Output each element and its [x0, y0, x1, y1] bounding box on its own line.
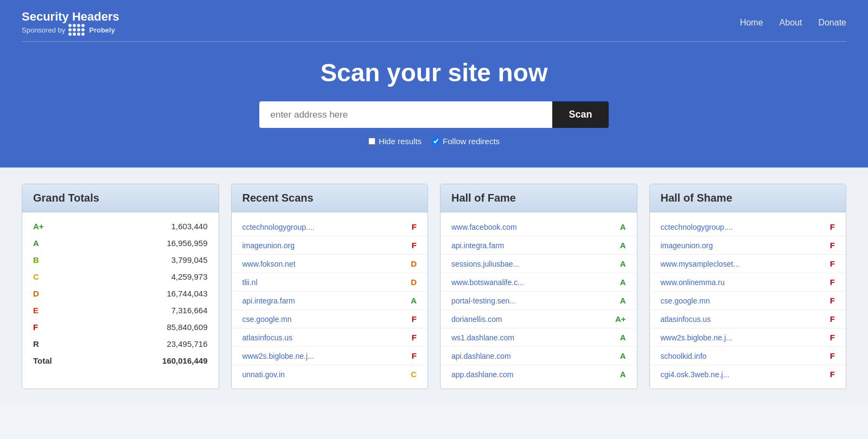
fame-link[interactable]: app.dashlane.com — [451, 370, 513, 379]
probely-logo-dots — [68, 24, 85, 36]
scan-link[interactable]: tlii.nl — [242, 278, 258, 287]
list-item: app.dashlane.comA — [441, 365, 637, 383]
hero-section: Security Headers Sponsored by Probely Ho… — [0, 0, 868, 167]
fame-link[interactable]: api.dashlane.com — [451, 352, 511, 360]
scan-link[interactable]: www.fokson.net — [242, 260, 296, 268]
scan-link[interactable]: atlasinfocus.us — [242, 333, 293, 342]
grand-totals-header: Grand Totals — [22, 184, 219, 212]
scan-grade: F — [412, 351, 417, 360]
follow-redirects-checkbox[interactable] — [432, 138, 439, 145]
main-nav: Security Headers Sponsored by Probely Ho… — [22, 0, 846, 42]
grade-count: 3,799,045 — [171, 255, 208, 264]
list-item: api.integra.farmA — [232, 291, 428, 309]
scan-link[interactable]: www2s.biglobe.ne.j... — [242, 352, 314, 360]
fame-link[interactable]: ws1.dashlane.com — [451, 333, 514, 342]
shame-link[interactable]: www.mysamplecloset... — [661, 260, 739, 268]
shame-grade: F — [830, 351, 835, 360]
shame-link[interactable]: www.onlinemma.ru — [661, 278, 725, 287]
list-item: www.fokson.netD — [232, 254, 428, 273]
search-input[interactable] — [259, 101, 552, 128]
grade-count: 16,956,959 — [167, 238, 207, 248]
grade-count: 16,744,043 — [167, 289, 207, 298]
list-item: www.facebook.comA — [441, 218, 637, 236]
list-item: schoolkid.infoF — [650, 346, 846, 365]
shame-grade: F — [830, 277, 835, 287]
shame-link[interactable]: cgi4.osk.3web.ne.j... — [661, 370, 730, 379]
list-item: unnati.gov.inC — [232, 365, 428, 383]
scan-link[interactable]: imageunion.org — [242, 241, 295, 250]
nav-about-link[interactable]: About — [780, 18, 802, 28]
fame-grade: A — [620, 277, 626, 287]
brand: Security Headers Sponsored by Probely — [22, 10, 119, 36]
shame-grade: F — [830, 370, 835, 379]
shame-link[interactable]: www2s.biglobe.ne.j... — [661, 333, 732, 342]
fame-link[interactable]: portal-testing.sen... — [451, 296, 516, 305]
list-item: www.onlinemma.ruF — [650, 273, 846, 291]
scan-link[interactable]: unnati.gov.in — [242, 370, 285, 379]
cards-section: Grand Totals A+1,603,440A16,956,959B3,79… — [0, 167, 868, 405]
grade-label: B — [33, 255, 39, 264]
fame-grade: A — [620, 333, 626, 342]
grade-label: C — [33, 272, 39, 281]
nav-home-link[interactable]: Home — [740, 18, 763, 28]
fame-link[interactable]: www.botswanalife.c... — [451, 278, 524, 287]
scan-link[interactable]: cctechnologygroup.... — [242, 223, 315, 231]
list-item: cse.google.mnF — [650, 291, 846, 309]
shame-grade: F — [830, 314, 835, 324]
fame-grade: A — [620, 351, 626, 360]
fame-link[interactable]: sessions.juliusbae... — [451, 260, 519, 268]
grand-totals-card: Grand Totals A+1,603,440A16,956,959B3,79… — [22, 184, 219, 389]
shame-grade: F — [830, 333, 835, 342]
list-item: cgi4.osk.3web.ne.j...F — [650, 365, 846, 383]
shame-link[interactable]: cse.google.mn — [661, 296, 710, 305]
list-item: tlii.nlD — [232, 273, 428, 291]
brand-title: Security Headers — [22, 10, 119, 24]
fame-link[interactable]: www.facebook.com — [451, 223, 517, 231]
recent-scans-body: cctechnologygroup....Fimageunion.orgFwww… — [232, 212, 428, 389]
list-item: api.dashlane.comA — [441, 346, 637, 365]
shame-link[interactable]: cctechnologygroup.... — [661, 223, 733, 231]
fame-grade: A — [620, 370, 626, 379]
scan-link[interactable]: api.integra.farm — [242, 296, 295, 305]
shame-grade: F — [830, 259, 835, 268]
follow-redirects-option[interactable]: Follow redirects — [432, 137, 500, 146]
grade-count: 4,259,973 — [171, 272, 208, 281]
fame-link[interactable]: api.integra.farm — [451, 241, 504, 250]
fame-link[interactable]: dorianellis.com — [451, 315, 502, 324]
list-item: dorianellis.comA+ — [441, 309, 637, 328]
shame-link[interactable]: imageunion.org — [661, 241, 713, 250]
totals-row: D16,744,043 — [22, 285, 219, 302]
scan-button[interactable]: Scan — [552, 101, 608, 128]
scan-grade: F — [412, 333, 417, 342]
hide-results-checkbox[interactable] — [368, 138, 375, 145]
grade-label: R — [33, 339, 39, 348]
hall-of-shame-card: Hall of Shame cctechnologygroup....Fimag… — [649, 184, 847, 389]
grade-label: A — [33, 238, 39, 248]
totals-total-row: Total160,016,449 — [22, 352, 219, 369]
grade-count: 23,495,716 — [167, 339, 207, 348]
shame-link[interactable]: schoolkid.info — [661, 352, 707, 360]
scan-grade: F — [412, 241, 417, 250]
grade-label: A+ — [33, 222, 44, 231]
shame-grade: F — [830, 241, 835, 250]
list-item: api.integra.farmA — [441, 236, 637, 254]
shame-link[interactable]: atlasinfocus.us — [661, 315, 711, 324]
list-item: sessions.juliusbae...A — [441, 254, 637, 273]
list-item: ws1.dashlane.comA — [441, 328, 637, 346]
scan-link[interactable]: cse.google.mn — [242, 315, 292, 324]
fame-grade: A+ — [615, 314, 626, 324]
grand-totals-body: A+1,603,440A16,956,959B3,799,045C4,259,9… — [22, 212, 219, 375]
scan-grade: F — [412, 314, 417, 324]
totals-row: A16,956,959 — [22, 235, 219, 251]
hall-of-fame-body: www.facebook.comAapi.integra.farmAsessio… — [441, 212, 637, 389]
list-item: www.mysamplecloset...F — [650, 254, 846, 273]
totals-row: C4,259,973 — [22, 268, 219, 285]
scan-grade: D — [411, 259, 417, 268]
grade-count: 7,316,664 — [171, 306, 208, 315]
nav-donate-link[interactable]: Donate — [818, 18, 846, 28]
list-item: cse.google.mnF — [232, 309, 428, 328]
shame-grade: F — [830, 296, 835, 305]
hide-results-option[interactable]: Hide results — [368, 137, 422, 146]
recent-scans-card: Recent Scans cctechnologygroup....Fimage… — [231, 184, 429, 389]
list-item: imageunion.orgF — [232, 236, 428, 254]
